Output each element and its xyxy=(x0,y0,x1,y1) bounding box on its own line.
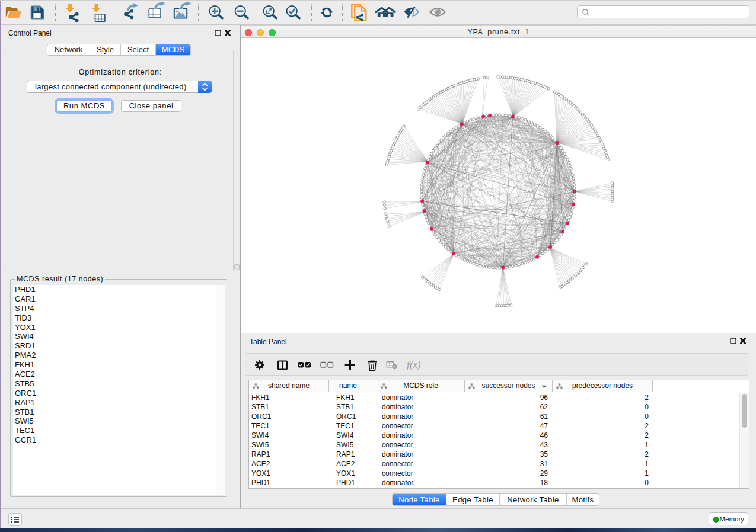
svg-text:f(x): f(x) xyxy=(407,359,421,370)
